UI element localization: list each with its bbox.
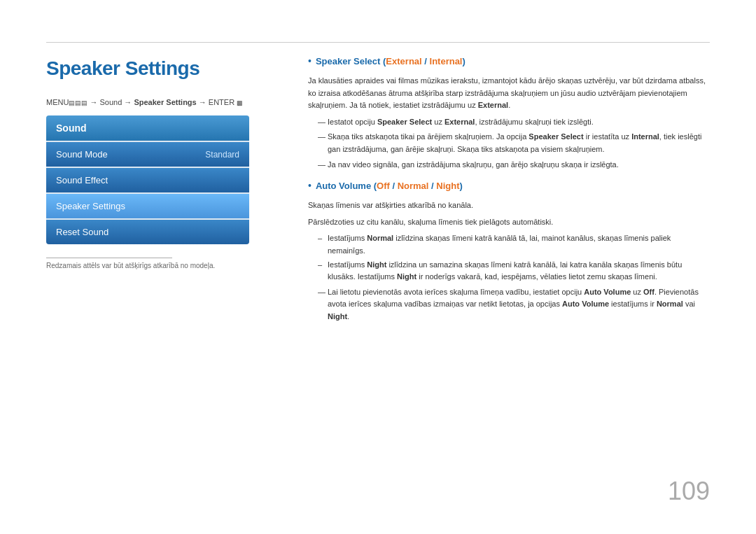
av-em-item: Lai lietotu pievienotās avota ierīces sk… <box>318 286 710 323</box>
auto-volume-body2: Pārslēdzoties uz citu kanālu, skaļuma lī… <box>308 216 710 229</box>
menu-item-label: Sound Mode <box>56 149 108 160</box>
title-close-1: ) <box>462 56 465 66</box>
speaker-select-section: • Speaker Select (External / Internal) J… <box>308 56 710 171</box>
breadcrumb-text: MENU▤▤▤ → Sound → Speaker Settings → ENT… <box>46 98 243 106</box>
auto-volume-body1: Skaņas līmenis var atšķirties atkarībā n… <box>308 199 710 212</box>
av-normal: Normal <box>398 181 429 191</box>
av-slash-1: / <box>390 181 398 191</box>
auto-volume-em: Lai lietotu pievienotās avota ierīces sk… <box>318 286 710 323</box>
em-item-1: Iestatot opciju Speaker Select uz Extern… <box>318 116 710 129</box>
menu-item-speaker-settings[interactable]: Speaker Settings <box>46 194 249 218</box>
speaker-select-em-items: Iestatot opciju Speaker Select uz Extern… <box>318 116 710 171</box>
auto-volume-dash-items: Iestatījums Normal izlīdzina skaņas līme… <box>318 232 710 283</box>
auto-volume-section: • Auto Volume (Off / Normal / Night) Ska… <box>308 181 710 323</box>
footnote-line <box>46 258 172 258</box>
av-slash-2: / <box>428 181 436 191</box>
av-title-1: Auto Volume ( <box>316 181 377 191</box>
breadcrumb: MENU▤▤▤ → Sound → Speaker Settings → ENT… <box>46 98 243 106</box>
auto-volume-title-row: • Auto Volume (Off / Normal / Night) <box>308 181 710 195</box>
speaker-select-title-row: • Speaker Select (External / Internal) <box>308 56 710 71</box>
title-external: External <box>386 56 421 66</box>
speaker-select-title: Speaker Select (External / Internal) <box>316 56 465 66</box>
right-content-area: • Speaker Select (External / Internal) J… <box>308 56 710 333</box>
dash-item-2: Iestatījums Night izlīdzina un samazina … <box>318 259 710 283</box>
title-slash-1: / <box>422 56 430 66</box>
page-title: Speaker Settings <box>46 57 200 80</box>
dash-item-1: Iestatījums Normal izlīdzina skaņas līme… <box>318 232 710 257</box>
menu-item-label: Speaker Settings <box>56 201 125 211</box>
menu-item-label: Sound Effect <box>56 175 108 185</box>
em-item-3: Ja nav video signāla, gan izstrādājuma s… <box>318 159 710 171</box>
bullet-icon: • <box>308 55 312 66</box>
page-number: 109 <box>668 477 710 506</box>
auto-volume-title: Auto Volume (Off / Normal / Night) <box>316 181 463 191</box>
title-text-1: Speaker Select ( <box>316 56 386 66</box>
menu-item-sound-effect[interactable]: Sound Effect <box>46 168 249 192</box>
top-divider <box>46 42 710 43</box>
av-night: Night <box>436 181 459 191</box>
menu-item-sound-mode[interactable]: Sound Mode Standard <box>46 142 249 167</box>
menu-item-label: Reset Sound <box>56 227 108 237</box>
bullet-icon-2: • <box>308 180 312 191</box>
menu-item-reset-sound[interactable]: Reset Sound <box>46 220 249 244</box>
footnote-text: Redzamais attēls var būt atšķirīgs atkar… <box>46 262 215 269</box>
sound-menu: Sound Sound Mode Standard Sound Effect S… <box>46 115 249 244</box>
speaker-select-body: Ja klausāties apraides vai filmas mūzika… <box>308 75 710 112</box>
menu-item-value: Standard <box>205 150 239 160</box>
av-off: Off <box>377 181 390 191</box>
title-internal: Internal <box>430 56 463 66</box>
em-item-2: Skaņa tiks atskaņota tikai pa ārējiem sk… <box>318 131 710 155</box>
menu-header: Sound <box>46 115 249 141</box>
av-close: ) <box>460 181 463 191</box>
